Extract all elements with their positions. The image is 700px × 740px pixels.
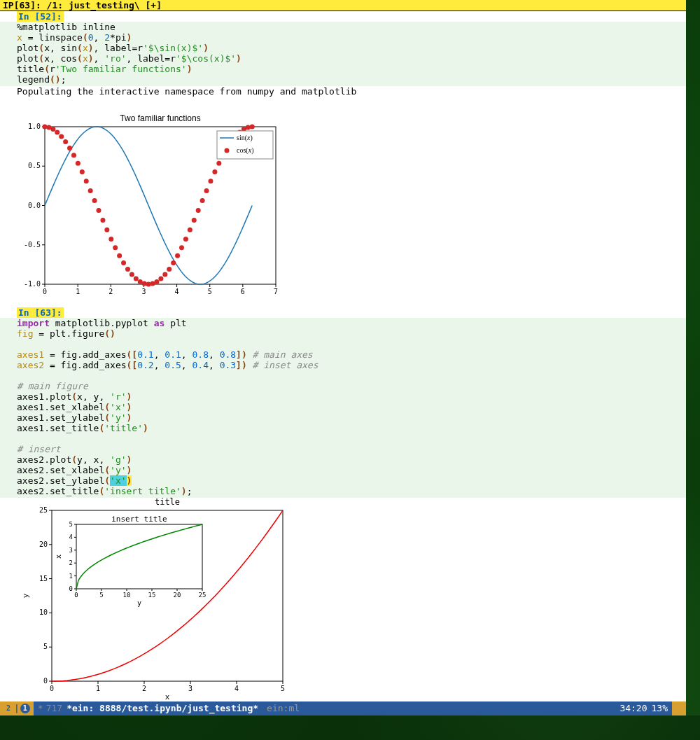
cell-1-output-text: Populating the interactive namespace fro… <box>0 86 686 107</box>
chart-two-familiar-functions: Two familiar functions01234567-1.0-0.50.… <box>17 113 283 302</box>
svg-text:25: 25 <box>39 506 48 514</box>
svg-point-77 <box>246 125 251 130</box>
desktop-background-strip <box>0 715 700 740</box>
cell-1-prompt: In [52]: <box>17 11 64 22</box>
svg-point-68 <box>208 179 213 183</box>
svg-text:15: 15 <box>39 575 48 582</box>
svg-text:x: x <box>165 692 170 701</box>
svg-text:0: 0 <box>74 592 78 599</box>
status-major-mode: ein:ml <box>267 701 300 715</box>
svg-point-62 <box>183 237 188 242</box>
svg-text:1: 1 <box>96 685 100 692</box>
cell-2-code[interactable]: import matplotlib.pyplot as plt fig = pl… <box>0 318 686 498</box>
svg-point-55 <box>154 279 159 284</box>
svg-text:0.0: 0.0 <box>28 202 41 209</box>
svg-text:10: 10 <box>123 592 131 599</box>
svg-text:2: 2 <box>142 685 146 692</box>
svg-text:-0.5: -0.5 <box>24 241 41 249</box>
svg-point-30 <box>50 127 55 132</box>
cell-1[interactable]: In [52]: %matplotlib inline x = linspace… <box>0 11 686 307</box>
cell-2-plot: title0123450510152025xyinsert title05101… <box>0 498 686 706</box>
svg-point-37 <box>80 169 85 174</box>
svg-text:20: 20 <box>174 592 181 599</box>
svg-point-50 <box>134 277 139 281</box>
svg-point-61 <box>179 245 184 250</box>
svg-text:4: 4 <box>175 288 179 295</box>
status-line-count: 717 <box>46 701 62 715</box>
svg-point-56 <box>158 277 163 281</box>
svg-text:20: 20 <box>39 540 48 548</box>
cell-2[interactable]: In [63]: import matplotlib.pyplot as plt… <box>0 307 686 706</box>
svg-text:sin(x): sin(x) <box>237 134 253 142</box>
svg-text:3: 3 <box>188 685 192 692</box>
svg-point-58 <box>167 267 172 272</box>
svg-text:5: 5 <box>281 685 285 692</box>
svg-text:insert title: insert title <box>111 515 167 524</box>
svg-point-42 <box>100 218 105 223</box>
svg-text:4: 4 <box>234 685 239 692</box>
svg-point-64 <box>192 218 197 223</box>
svg-point-65 <box>196 208 201 213</box>
svg-text:3: 3 <box>69 547 73 554</box>
svg-point-78 <box>250 125 255 130</box>
svg-text:Two familiar functions: Two familiar functions <box>120 113 200 123</box>
svg-point-34 <box>67 146 72 151</box>
svg-point-47 <box>121 260 126 265</box>
svg-text:10: 10 <box>39 608 48 616</box>
svg-text:5: 5 <box>99 592 103 599</box>
svg-text:5: 5 <box>43 643 48 650</box>
cursor-position: 'x' <box>110 475 126 486</box>
svg-point-46 <box>117 253 122 258</box>
svg-text:7: 7 <box>274 288 278 295</box>
svg-point-38 <box>84 179 89 183</box>
cell-1-plot: Two familiar functions01234567-1.0-0.50.… <box>0 107 686 307</box>
svg-point-52 <box>142 281 147 286</box>
svg-point-63 <box>188 228 192 232</box>
svg-text:5: 5 <box>208 288 212 295</box>
svg-point-35 <box>71 153 76 158</box>
svg-text:25: 25 <box>199 592 206 599</box>
title-bar: IP[63]: /1: just_testing\ [+] <box>0 0 686 11</box>
svg-point-59 <box>171 260 176 265</box>
status-workspace-badge[interactable]: 2|1 <box>0 701 34 715</box>
svg-point-66 <box>200 198 205 203</box>
svg-point-33 <box>63 139 68 144</box>
cell-2-prompt: In [63]: <box>17 307 64 318</box>
svg-text:2: 2 <box>108 288 113 295</box>
status-bar: 2|1 * 717 *ein: 8888/test.ipynb/just_tes… <box>0 701 686 715</box>
svg-point-31 <box>55 130 59 134</box>
status-cursor-pos: 34:20 <box>620 701 647 715</box>
svg-text:cos(x): cos(x) <box>237 146 253 155</box>
svg-text:2: 2 <box>69 559 73 566</box>
svg-point-48 <box>125 267 130 272</box>
svg-text:1: 1 <box>76 288 80 295</box>
status-buffer-name: *ein: 8888/test.ipynb/just_testing* <box>66 701 258 715</box>
svg-point-39 <box>88 188 93 193</box>
svg-text:6: 6 <box>241 288 245 295</box>
svg-point-36 <box>76 161 80 166</box>
svg-point-82 <box>225 148 230 153</box>
svg-point-53 <box>146 282 151 287</box>
svg-text:y: y <box>21 593 30 598</box>
svg-text:1: 1 <box>69 573 73 580</box>
svg-rect-112 <box>76 524 202 589</box>
svg-text:3: 3 <box>141 288 146 295</box>
svg-text:-1.0: -1.0 <box>24 280 41 288</box>
svg-text:0: 0 <box>43 677 48 685</box>
svg-point-45 <box>113 245 118 250</box>
svg-text:4: 4 <box>69 533 73 540</box>
svg-text:0.5: 0.5 <box>28 162 41 169</box>
svg-text:0: 0 <box>69 585 73 592</box>
svg-text:y: y <box>137 599 141 607</box>
svg-text:0: 0 <box>43 288 47 295</box>
svg-text:x: x <box>55 554 62 559</box>
svg-text:5: 5 <box>69 521 73 528</box>
status-scroll-pct: 13% <box>652 701 668 715</box>
svg-text:title: title <box>155 498 180 507</box>
svg-point-69 <box>212 169 217 174</box>
svg-text:15: 15 <box>148 592 156 599</box>
svg-point-70 <box>216 161 221 166</box>
svg-point-28 <box>43 125 48 130</box>
status-end-block <box>672 701 686 715</box>
cell-1-code[interactable]: %matplotlib inline x = linspace(0, 2*pi)… <box>0 22 686 86</box>
